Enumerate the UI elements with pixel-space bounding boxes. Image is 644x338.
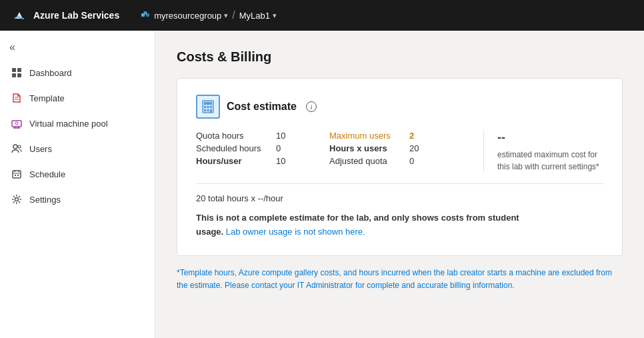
svg-point-23	[15, 198, 19, 201]
cost-card-header: Cost estimate i	[196, 95, 603, 119]
svg-rect-31	[210, 109, 212, 113]
calculator-icon	[201, 99, 215, 114]
cost-dashes: --	[497, 131, 603, 145]
main-layout: « Dashboard	[0, 31, 644, 338]
lab-label: MyLab1	[239, 11, 270, 21]
breadcrumb-separator: /	[232, 9, 235, 21]
svg-rect-7	[17, 73, 21, 77]
maximum-users-label: Maximum users	[329, 131, 409, 141]
cost-left-metrics: Quota hours 10 Scheduled hours 0 Hours/u…	[196, 131, 303, 166]
collapse-icon: «	[9, 41, 15, 53]
footer-note: *Template hours, Azure compute gallery c…	[177, 267, 623, 292]
sidebar-item-vm-pool-label: Virtual machine pool	[29, 119, 108, 129]
svg-rect-25	[204, 102, 212, 105]
svg-rect-17	[13, 171, 21, 178]
cost-metrics-left: Quota hours 10 Scheduled hours 0 Hours/u…	[196, 131, 470, 166]
adjusted-quota-label: Adjusted quota	[329, 156, 409, 166]
cost-right-metrics: Maximum users 2 Hours x users 20 Adjuste…	[329, 131, 436, 166]
sidebar-item-schedule-label: Schedule	[29, 169, 65, 179]
cost-estimate-title: Cost estimate	[227, 101, 297, 113]
sidebar-item-users[interactable]: Users	[0, 136, 155, 161]
sidebar-item-template-label: Template	[29, 93, 65, 103]
resource-group-breadcrumb[interactable]: myresourcegroup ▾	[141, 11, 228, 21]
cost-estimate-card: Cost estimate i Quota hours 10 Scheduled…	[177, 78, 623, 256]
hours-x-users-label: Hours x users	[329, 143, 409, 153]
cost-summary-right: -- estimated maximum cost for this lab w…	[483, 131, 603, 173]
azure-logo-icon	[11, 7, 28, 24]
maximum-users-value: 2	[409, 131, 436, 141]
quota-hours-value: 10	[276, 131, 303, 141]
page-title: Costs & Billing	[177, 49, 623, 65]
quota-hours-label: Quota hours	[196, 131, 276, 141]
scheduled-hours-value: 0	[276, 143, 303, 153]
vm-pool-icon	[11, 117, 23, 129]
sidebar-collapse-button[interactable]: «	[0, 35, 155, 60]
total-hours-text: 20 total hours x --/hour	[196, 193, 603, 203]
cost-divider	[196, 183, 603, 184]
svg-rect-5	[17, 68, 21, 72]
dashboard-icon	[11, 67, 23, 79]
sidebar-item-schedule[interactable]: Schedule	[0, 161, 155, 187]
sidebar-item-settings[interactable]: Settings	[0, 187, 155, 212]
hours-per-user-label: Hours/user	[196, 156, 276, 166]
svg-point-14	[15, 122, 18, 125]
info-icon[interactable]: i	[306, 101, 317, 112]
main-content: Costs & Billing Cost estimat	[155, 31, 644, 338]
users-icon	[11, 143, 23, 155]
svg-rect-22	[17, 175, 19, 176]
svg-rect-26	[204, 106, 206, 108]
app-name: Azure Lab Services	[33, 10, 119, 21]
svg-rect-3	[144, 11, 147, 15]
svg-rect-29	[204, 109, 206, 111]
sidebar-item-settings-label: Settings	[29, 195, 61, 205]
sidebar-item-users-label: Users	[29, 144, 52, 154]
sidebar-item-template[interactable]: Template	[0, 85, 155, 111]
hours-x-users-value: 20	[409, 143, 436, 153]
svg-rect-27	[207, 106, 209, 108]
svg-point-15	[13, 145, 17, 149]
resource-group-label: myresourcegroup	[154, 11, 221, 21]
resource-group-chevron-icon: ▾	[224, 11, 228, 20]
sidebar-item-vm-pool[interactable]: Virtual machine pool	[0, 111, 155, 136]
svg-rect-28	[210, 106, 212, 108]
svg-rect-30	[207, 109, 209, 111]
hours-per-user-value: 10	[276, 156, 303, 166]
lab-chevron-icon: ▾	[273, 11, 277, 20]
cost-estimate-icon	[196, 95, 220, 119]
settings-icon	[11, 193, 23, 205]
svg-rect-10	[12, 121, 21, 127]
sidebar-item-dashboard[interactable]: Dashboard	[0, 60, 155, 85]
sidebar-item-dashboard-label: Dashboard	[29, 68, 72, 78]
top-navigation: Azure Lab Services myresourcegroup ▾ / M…	[0, 0, 644, 31]
svg-rect-4	[12, 68, 16, 72]
svg-point-16	[18, 145, 21, 148]
scheduled-hours-label: Scheduled hours	[196, 143, 276, 153]
note-link[interactable]: Lab owner usage is not shown here.	[226, 227, 365, 237]
breadcrumb: myresourcegroup ▾ / MyLab1 ▾	[141, 9, 277, 21]
svg-rect-21	[15, 175, 16, 176]
note-text: This is not a complete estimate for the …	[196, 211, 529, 239]
schedule-icon	[11, 168, 23, 180]
app-logo: Azure Lab Services	[11, 7, 119, 24]
estimated-desc: estimated maximum cost for this lab with…	[497, 149, 603, 173]
svg-rect-6	[12, 73, 16, 77]
lab-breadcrumb[interactable]: MyLab1 ▾	[239, 11, 277, 21]
sidebar: « Dashboard	[0, 31, 155, 338]
template-icon	[11, 92, 23, 104]
adjusted-quota-value: 0	[409, 156, 436, 166]
resource-group-icon	[141, 11, 150, 20]
